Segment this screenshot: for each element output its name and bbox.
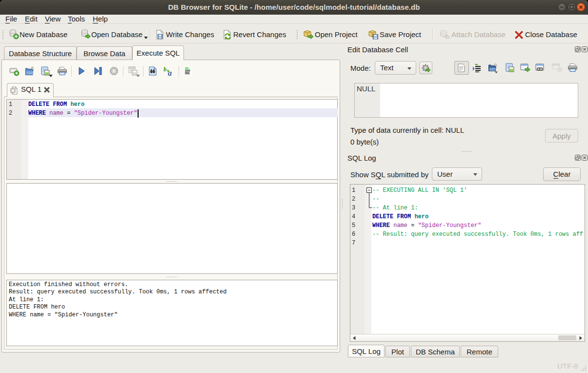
svg-text:b: b — [163, 66, 167, 73]
svg-text:a: a — [168, 69, 172, 76]
